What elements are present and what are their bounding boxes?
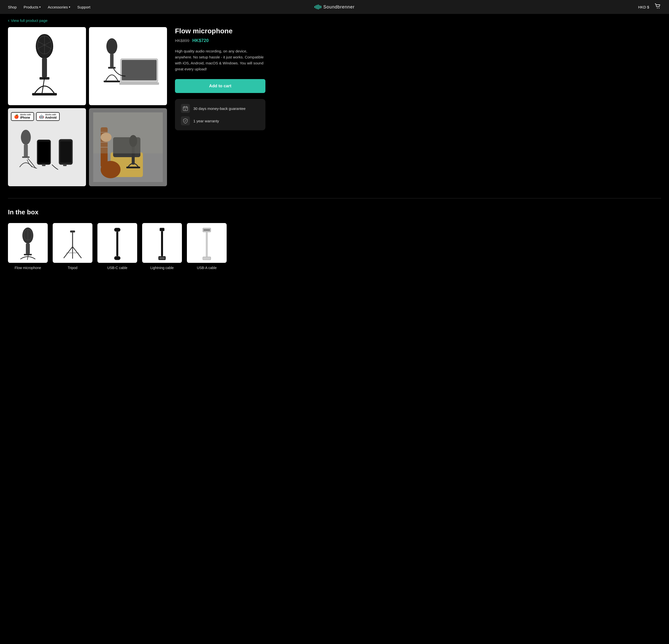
- product-area: 🍎 Works with iPhone 🤖 Works with Android: [0, 27, 273, 198]
- svg-point-1: [659, 8, 659, 9]
- calendar-icon: 30: [181, 104, 190, 113]
- box-items-list: Flow microphone: [8, 223, 661, 270]
- warranty-label: 1 year warranty: [193, 119, 219, 123]
- money-back-row: 30 30 days money-back guarantee: [181, 104, 259, 113]
- nav-shop[interactable]: Shop: [8, 5, 17, 9]
- svg-rect-57: [116, 232, 118, 256]
- svg-rect-15: [108, 67, 116, 69]
- box-item-flow-mic: Flow microphone: [8, 223, 48, 270]
- product-image-1[interactable]: [8, 27, 86, 105]
- product-title: Flow microphone: [175, 27, 266, 35]
- svg-rect-62: [159, 257, 165, 259]
- svg-rect-25: [63, 164, 67, 166]
- in-the-box-section: In the box Flow microphone: [0, 208, 669, 285]
- box-item-label-flow-mic: Flow microphone: [15, 266, 41, 270]
- svg-rect-66: [203, 257, 211, 260]
- compatibility-badges: 🍎 Works with iPhone 🤖 Works with Android: [11, 112, 60, 121]
- site-logo[interactable]: Soundbrenner: [314, 4, 355, 10]
- price-section: HK$899 HK$720: [175, 38, 266, 43]
- svg-rect-56: [114, 228, 120, 232]
- svg-rect-12: [119, 82, 159, 85]
- product-image-2[interactable]: [89, 27, 167, 105]
- svg-rect-14: [110, 54, 114, 67]
- warranty-row: 1 year warranty: [181, 116, 259, 125]
- product-details: Flow microphone HK$899 HK$720 High quali…: [175, 27, 266, 186]
- box-item-label-usba: USB-A cable: [197, 266, 216, 270]
- guarantee-label: 30 days money-back guarantee: [193, 107, 245, 111]
- box-item-label-usbc: USB-C cable: [108, 266, 128, 270]
- box-item-image-usbc: [97, 223, 137, 263]
- svg-point-0: [657, 8, 658, 9]
- product-image-grid: 🍎 Works with iPhone 🤖 Works with Android: [8, 27, 167, 186]
- box-item-label-tripod: Tripod: [68, 266, 77, 270]
- box-item-usba: USB-A cable: [187, 223, 227, 270]
- svg-rect-50: [70, 230, 75, 233]
- nav-support[interactable]: Support: [77, 5, 90, 9]
- soundwave-icon: [314, 4, 321, 10]
- product-description: High quality audio recording, on any dev…: [175, 48, 266, 72]
- box-item-image-lightning: [142, 223, 182, 263]
- svg-rect-58: [114, 256, 120, 260]
- android-badge: 🤖 Works with Android: [36, 112, 60, 121]
- svg-point-13: [106, 38, 117, 54]
- svg-rect-22: [42, 164, 45, 166]
- box-item-image-flow-mic: [8, 223, 48, 263]
- product-image-4[interactable]: [89, 108, 167, 186]
- add-to-cart-button[interactable]: Add to cart: [175, 79, 266, 93]
- svg-rect-16: [104, 81, 120, 82]
- nav-products[interactable]: Products ▾: [24, 5, 41, 9]
- breadcrumb: ‹ View full product page: [0, 14, 669, 27]
- svg-rect-19: [22, 156, 30, 158]
- iphone-badge: 🍎 Works with iPhone: [11, 112, 34, 121]
- nav-accessories[interactable]: Accessories ▾: [48, 5, 70, 9]
- product-image-3[interactable]: 🍎 Works with iPhone 🤖 Works with Android: [8, 108, 86, 186]
- svg-rect-64: [203, 229, 210, 231]
- box-item-lightning: Lightning cable: [142, 223, 182, 270]
- svg-line-54: [73, 247, 81, 258]
- cart-icon[interactable]: [654, 3, 661, 11]
- svg-rect-9: [32, 93, 57, 96]
- svg-rect-65: [206, 232, 208, 257]
- svg-point-34: [101, 161, 120, 178]
- svg-rect-38: [126, 167, 140, 168]
- nav-left: Shop Products ▾ Accessories ▾ Support: [8, 5, 90, 9]
- chevron-down-icon: ▾: [69, 5, 70, 9]
- chevron-down-icon: ▾: [39, 5, 41, 9]
- box-item-image-usba: [187, 223, 227, 263]
- shield-icon: [181, 116, 190, 125]
- svg-rect-49: [24, 254, 32, 255]
- svg-rect-24: [60, 141, 71, 163]
- box-item-label-lightning: Lightning cable: [150, 266, 174, 270]
- back-arrow-icon: ‹: [8, 18, 10, 23]
- back-link[interactable]: ‹ View full product page: [8, 18, 47, 23]
- section-divider: [8, 198, 661, 198]
- svg-rect-59: [160, 228, 164, 231]
- svg-rect-21: [38, 142, 49, 163]
- svg-rect-39: [93, 112, 163, 153]
- svg-rect-48: [26, 243, 30, 254]
- box-item-usbc: USB-C cable: [97, 223, 137, 270]
- nav-right: HKD $: [638, 3, 661, 11]
- original-price: HK$899: [175, 39, 189, 43]
- sale-price: HK$720: [193, 38, 209, 43]
- svg-rect-51: [72, 232, 73, 248]
- svg-text:30: 30: [184, 109, 186, 110]
- svg-point-17: [21, 130, 31, 145]
- in-the-box-title: In the box: [8, 208, 661, 216]
- svg-rect-7: [42, 58, 47, 78]
- svg-rect-11: [122, 60, 157, 80]
- svg-rect-18: [24, 144, 28, 157]
- svg-rect-60: [161, 231, 163, 256]
- box-item-tripod: Tripod: [53, 223, 92, 270]
- guarantee-box: 30 30 days money-back guarantee 1 year w…: [175, 99, 266, 130]
- box-item-image-tripod: [53, 223, 92, 263]
- currency-selector[interactable]: HKD $: [638, 5, 649, 9]
- svg-line-52: [64, 247, 73, 258]
- navigation: Shop Products ▾ Accessories ▾ Support So…: [0, 0, 669, 14]
